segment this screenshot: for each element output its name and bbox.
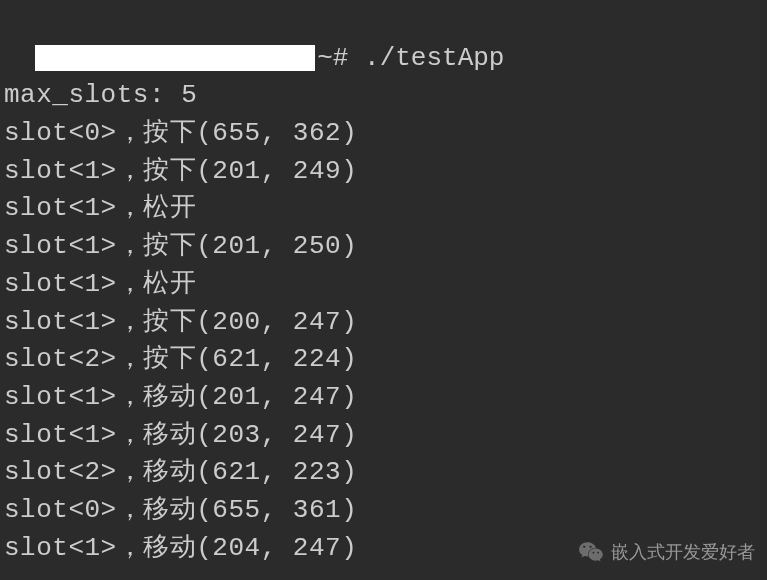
- output-line: slot<0>，按下(655, 362): [4, 115, 767, 153]
- output-line: slot<1>，松开: [4, 266, 767, 304]
- output-line: slot<2>，按下(621, 224): [4, 341, 767, 379]
- output-line: slot<1>，按下(201, 250): [4, 228, 767, 266]
- prompt-suffix: ~#: [317, 43, 364, 73]
- watermark: 嵌入式开发爱好者: [577, 538, 755, 566]
- output-line: slot<2>，移动(621, 223): [4, 454, 767, 492]
- command-text: ./testApp: [364, 43, 504, 73]
- output-header: max_slots: 5: [4, 77, 767, 115]
- redacted-hostname: [35, 45, 315, 71]
- terminal-prompt-line: ~# ./testApp: [4, 2, 767, 77]
- output-line: slot<0>，移动(655, 361): [4, 492, 767, 530]
- output-line: slot<1>，松开: [4, 190, 767, 228]
- watermark-text: 嵌入式开发爱好者: [611, 539, 755, 565]
- output-line: slot<1>，按下(201, 249): [4, 153, 767, 191]
- output-line: slot<1>，移动(201, 247): [4, 379, 767, 417]
- output-line: slot<1>，移动(203, 247): [4, 417, 767, 455]
- output-line: slot<1>，按下(200, 247): [4, 304, 767, 342]
- wechat-icon: [577, 538, 605, 566]
